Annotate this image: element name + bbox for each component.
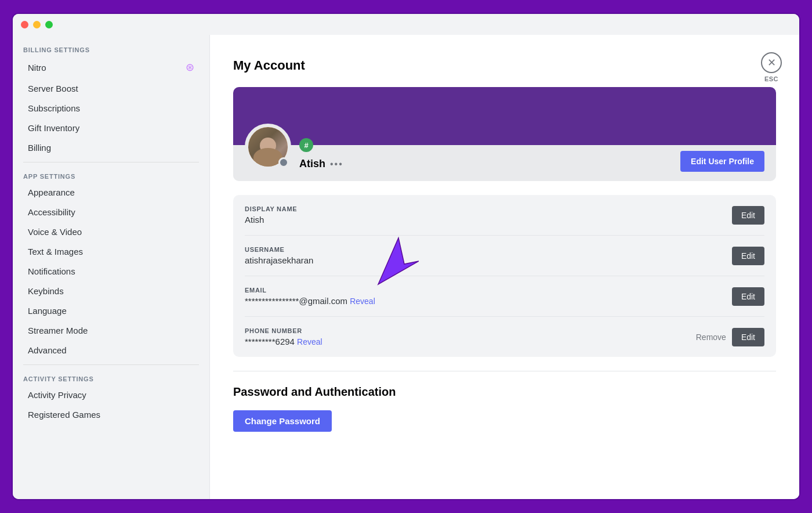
email-left: EMAIL ****************@gmail.com Reveal [245,287,732,306]
sidebar-item-language[interactable]: Language [17,301,205,320]
main-content: ✕ ESC My Account [210,35,799,499]
sidebar-item-notifications[interactable]: Notifications [17,262,205,281]
subscriptions-label: Subscriptions [28,103,80,113]
profile-info-row: # Atish ••• Edit User Profile [233,145,776,181]
sidebar-item-voice-video[interactable]: Voice & Video [17,222,205,241]
notifications-label: Notifications [28,266,75,276]
email-masked: ****************@gmail.com [245,296,347,306]
phone-edit-button[interactable]: Edit [732,328,764,346]
text-images-label: Text & Images [28,247,83,256]
profile-username: Atish [299,158,325,170]
phone-value: *********6294 Reveal [245,337,696,346]
email-reveal-link[interactable]: Reveal [350,297,375,306]
username-actions: Edit [732,247,764,265]
display-name-actions: Edit [732,206,764,225]
email-actions: Edit [732,287,764,306]
ellipsis-menu-btn[interactable]: ••• [330,159,343,169]
billing-label: Billing [28,143,51,153]
username-value: atishrajasekharan [245,255,732,265]
sidebar-item-keybinds[interactable]: Keybinds [17,281,205,301]
phone-row: PHONE NUMBER *********6294 Reveal Remove… [245,317,764,357]
sidebar-item-registered-games[interactable]: Registered Games [17,405,205,424]
display-name-edit-button[interactable]: Edit [732,206,764,225]
titlebar [13,14,799,35]
email-edit-button[interactable]: Edit [732,287,764,306]
advanced-label: Advanced [28,345,67,355]
username-left: USERNAME atishrajasekharan [245,246,732,265]
close-button-area[interactable]: ✕ ESC [761,52,782,82]
sidebar-item-streamer-mode[interactable]: Streamer Mode [17,321,205,340]
edit-user-profile-button[interactable]: Edit User Profile [680,151,764,172]
divider-billing-app [23,162,199,162]
content-area: BILLING SETTINGS Nitro ⊛ Server Boost Su… [13,35,799,499]
profile-username-row: Atish ••• [299,158,343,170]
keybinds-label: Keybinds [28,286,64,296]
display-name-left: DISPLAY NAME Atish [245,205,732,225]
sidebar-item-gift-inventory[interactable]: Gift Inventory [17,118,205,138]
sidebar-item-text-images[interactable]: Text & Images [17,242,205,261]
sidebar-item-billing[interactable]: Billing [17,138,205,157]
billing-section-label: BILLING SETTINGS [13,41,209,56]
sidebar-item-nitro[interactable]: Nitro ⊛ [17,56,205,78]
profile-left: # Atish ••• [245,124,343,170]
page-title: My Account [233,58,776,73]
nitro-icon: ⊛ [186,61,194,74]
app-window: BILLING SETTINGS Nitro ⊛ Server Boost Su… [12,13,800,500]
phone-remove-link[interactable]: Remove [696,333,726,342]
divider-app-activity [23,364,199,365]
account-fields: DISPLAY NAME Atish Edit USERNAME atishra… [233,195,776,357]
voice-video-label: Voice & Video [28,227,82,237]
close-circle-btn[interactable]: ✕ [761,52,782,73]
phone-actions: Remove Edit [696,328,764,346]
minimize-traffic-light[interactable] [33,21,41,28]
app-section-label: APP SETTINGS [13,167,209,182]
activity-privacy-label: Activity Privacy [28,390,86,400]
appearance-label: Appearance [28,187,75,197]
username-edit-button[interactable]: Edit [732,247,764,265]
display-name-label: DISPLAY NAME [245,205,732,212]
activity-section-label: ACTIVITY SETTINGS [13,370,209,385]
change-password-button[interactable]: Change Password [233,410,332,432]
username-row: USERNAME atishrajasekharan Edit [245,236,764,276]
nitro-label: Nitro [28,63,46,73]
display-name-value: Atish [245,215,732,225]
display-name-row: DISPLAY NAME Atish Edit [245,195,764,236]
phone-reveal-link[interactable]: Reveal [297,337,322,346]
status-indicator [278,157,289,168]
sidebar-item-advanced[interactable]: Advanced [17,341,205,360]
sidebar-item-accessibility[interactable]: Accessibility [17,203,205,222]
streamer-mode-label: Streamer Mode [28,326,88,335]
close-traffic-light[interactable] [21,21,28,28]
phone-masked: *********6294 [245,337,295,346]
maximize-traffic-light[interactable] [45,21,53,28]
registered-games-label: Registered Games [28,410,100,420]
close-esc-label: ESC [764,75,778,82]
email-value: ****************@gmail.com Reveal [245,296,732,306]
sidebar-item-subscriptions[interactable]: Subscriptions [17,99,205,118]
section-divider [233,371,776,371]
server-boost-label: Server Boost [28,84,78,93]
phone-left: PHONE NUMBER *********6294 Reveal [245,327,696,346]
sidebar: BILLING SETTINGS Nitro ⊛ Server Boost Su… [13,35,210,499]
email-row: EMAIL ****************@gmail.com Reveal … [245,276,764,317]
profile-name-area: # Atish ••• [299,138,343,170]
accessibility-label: Accessibility [28,207,75,217]
server-badge: # [299,138,313,152]
gift-inventory-label: Gift Inventory [28,123,79,133]
sidebar-item-server-boost[interactable]: Server Boost [17,79,205,98]
username-label: USERNAME [245,246,732,253]
password-section-title: Password and Authentication [233,385,776,399]
profile-card: # Atish ••• Edit User Profile [233,87,776,181]
phone-label: PHONE NUMBER [245,327,696,334]
email-label: EMAIL [245,287,732,294]
avatar-wrapper [245,124,291,170]
sidebar-item-activity-privacy[interactable]: Activity Privacy [17,385,205,404]
sidebar-item-appearance[interactable]: Appearance [17,183,205,202]
language-label: Language [28,306,67,316]
